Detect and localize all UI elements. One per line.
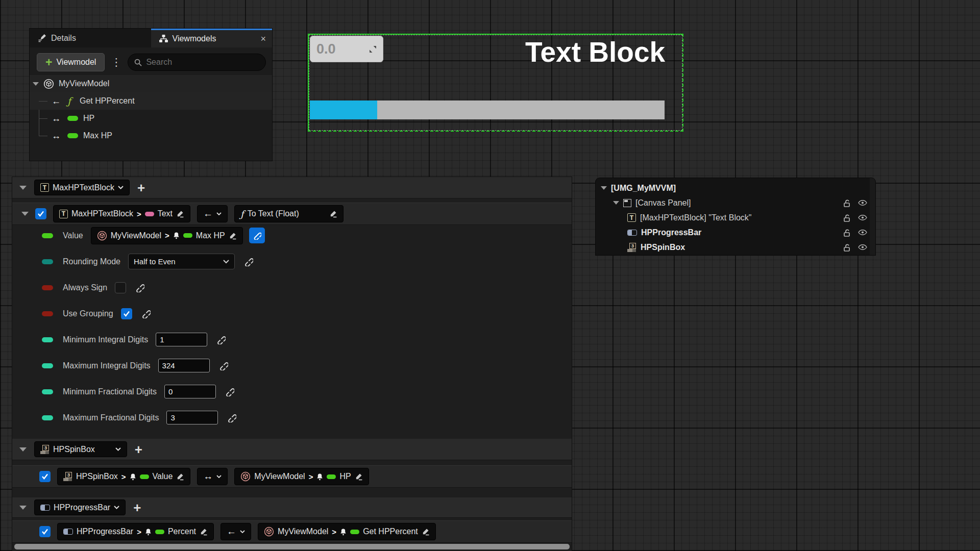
tree-item-get-hppercent[interactable]: ← ƒ Get HPPercent (30, 92, 272, 110)
edit-pencil-icon[interactable] (355, 472, 363, 481)
link-argument-icon[interactable] (227, 413, 236, 422)
min-integral-digits-input[interactable] (156, 333, 207, 346)
chevron-down-icon (216, 475, 222, 478)
value-binding-chip[interactable]: MyViewModel > Max HP (91, 227, 243, 244)
collapse-icon[interactable] (19, 447, 27, 452)
binding-dest-chip[interactable]: MyViewModel > HP (234, 468, 369, 485)
tab-viewmodels[interactable]: Viewmodels × (151, 29, 273, 47)
breadcrumb-separator: > (309, 472, 313, 481)
collapse-icon[interactable] (19, 506, 27, 510)
binding-direction-dropdown[interactable]: ↔ (197, 468, 228, 485)
binding-source-chip[interactable]: HPProgressBar > Percent (57, 523, 214, 540)
enum-pill-icon (42, 259, 53, 264)
lock-icon[interactable] (843, 199, 851, 207)
binding-dest-chip[interactable]: MyViewModel > Get HPPercent (258, 523, 436, 540)
tree-item-max-hp[interactable]: ↔ Max HP (30, 127, 272, 144)
visibility-eye-icon[interactable] (858, 200, 867, 206)
visibility-eye-icon[interactable] (858, 244, 867, 250)
use-grouping-checkbox[interactable] (121, 308, 132, 319)
binding-source-chip[interactable]: T MaxHPTextBlock > Text (53, 205, 190, 222)
bool-pill-icon (42, 311, 53, 316)
link-argument-icon[interactable] (243, 257, 253, 266)
scrollbar-thumb[interactable] (14, 544, 570, 549)
dest-root: MyViewModel (254, 472, 305, 481)
tree-item-label: Max HP (83, 131, 112, 140)
link-argument-icon[interactable] (135, 283, 144, 292)
lock-icon[interactable] (843, 214, 851, 222)
widget-select-dropdown[interactable]: T MaxHPTextBlock (34, 180, 130, 195)
tab-details[interactable]: Details (30, 29, 151, 47)
tree-item-label: Get HPPercent (80, 96, 135, 106)
source-widget: HPProgressBar (77, 527, 133, 536)
add-viewmodel-label: Viewmodel (56, 58, 96, 67)
edit-pencil-icon[interactable] (422, 528, 430, 536)
visibility-eye-icon[interactable] (858, 215, 867, 220)
collapse-icon[interactable] (19, 186, 27, 190)
link-argument-icon[interactable] (141, 309, 151, 318)
binding-direction-dropdown[interactable]: ← (220, 523, 251, 540)
lock-icon[interactable] (843, 243, 851, 252)
max-fractional-digits-input[interactable] (166, 411, 218, 424)
hierarchy-row-hpspinbox[interactable]: 3 HPSpinBox (596, 240, 875, 255)
textblock-icon: T (59, 210, 68, 218)
function-icon: ƒ (240, 209, 244, 219)
binding-enabled-checkbox[interactable] (39, 526, 51, 537)
section-header-maxhptextblock: T MaxHPTextBlock + (12, 177, 572, 198)
close-icon[interactable]: × (260, 34, 266, 43)
widget-name: HPProgressBar (54, 503, 110, 512)
widget-select-dropdown[interactable]: 3 HPSpinBox (34, 441, 127, 457)
hierarchy-row-maxhptextblock[interactable]: T [MaxHPTextBlock] "Text Block" (596, 210, 875, 225)
always-sign-checkbox[interactable] (115, 282, 126, 293)
viewmodel-tree: MyViewModel ← ƒ Get HPPercent ↔ HP ↔ Max… (30, 75, 272, 144)
binding-enabled-checkbox[interactable] (39, 471, 51, 482)
binding-source-chip[interactable]: 3 HPSpinBox > Value (57, 468, 190, 485)
edit-pencil-icon[interactable] (176, 472, 184, 481)
collapse-icon[interactable] (21, 212, 29, 216)
edit-pencil-icon[interactable] (329, 210, 337, 218)
preview-progress-bar[interactable] (310, 101, 665, 119)
vertical-scrollbar[interactable] (870, 178, 875, 255)
dest-root: MyViewModel (278, 527, 328, 536)
binding-row-hpprogressbar-percent: HPProgressBar > Percent ← MyViewModel > … (12, 520, 572, 543)
max-integral-digits-input[interactable] (158, 359, 210, 372)
hierarchy-row-hpprogressbar[interactable]: HPProgressBar (596, 225, 875, 240)
breadcrumb-separator: > (332, 528, 336, 536)
expander-icon[interactable] (613, 201, 619, 205)
link-argument-icon[interactable] (216, 335, 226, 344)
conversion-function-chip[interactable]: ƒ To Text (Float) (234, 205, 344, 222)
progress-fill (310, 101, 377, 119)
prop-label: Rounding Mode (63, 257, 120, 266)
expander-icon[interactable] (601, 186, 607, 190)
chevron-down-icon (118, 186, 124, 189)
bool-pill-icon (42, 285, 53, 290)
bound-link-button[interactable] (249, 228, 265, 243)
min-fractional-digits-input[interactable] (164, 385, 216, 398)
add-viewmodel-button[interactable]: + Viewmodel (37, 53, 105, 71)
hierarchy-row-root[interactable]: [UMG_MyMVVM] (596, 181, 875, 195)
search-input[interactable] (146, 58, 259, 67)
visibility-eye-icon[interactable] (858, 230, 867, 235)
tree-item-myviewmodel[interactable]: MyViewModel (30, 75, 272, 92)
kebab-menu-icon[interactable]: ⋮ (110, 56, 122, 68)
tree-item-label: HP (83, 114, 94, 123)
chevron-down-icon (240, 530, 245, 533)
binding-enabled-checkbox[interactable] (35, 208, 46, 219)
rounding-mode-dropdown[interactable]: Half to Even (128, 254, 235, 269)
search-box[interactable] (128, 54, 266, 71)
link-argument-icon[interactable] (218, 361, 228, 370)
edit-pencil-icon[interactable] (200, 528, 208, 536)
edit-pencil-icon[interactable] (176, 210, 184, 218)
tree-item-hp[interactable]: ↔ HP (30, 110, 272, 127)
edit-pencil-icon[interactable] (229, 232, 237, 240)
horizontal-scrollbar[interactable] (14, 544, 570, 549)
link-argument-icon[interactable] (225, 387, 234, 396)
widget-select-dropdown[interactable]: HPProgressBar (34, 499, 126, 515)
hierarchy-row-canvas-panel[interactable]: [Canvas Panel] (596, 195, 875, 210)
preview-text-block[interactable]: Text Block (525, 36, 665, 68)
preview-spinbox[interactable]: 0.0 (310, 36, 383, 62)
lock-icon[interactable] (843, 229, 851, 237)
expander-icon[interactable] (33, 82, 39, 86)
binding-direction-dropdown[interactable]: ← (197, 205, 228, 222)
viewmodels-tab-bar: Details Viewmodels × (30, 29, 272, 47)
property-pill-icon (67, 116, 78, 121)
